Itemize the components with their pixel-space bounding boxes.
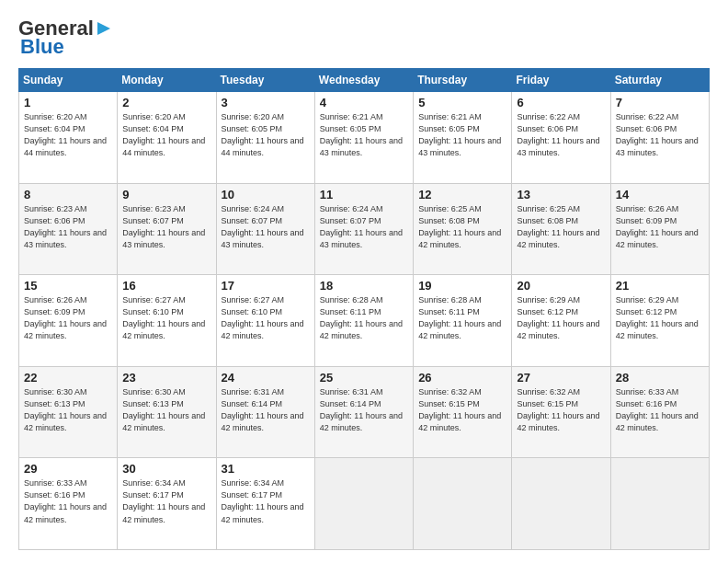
calendar-cell: 15 Sunrise: 6:26 AM Sunset: 6:09 PM Dayl… — [19, 275, 118, 367]
day-number: 20 — [517, 279, 605, 293]
day-info: Sunrise: 6:20 AM Sunset: 6:05 PM Dayligh… — [222, 111, 310, 159]
calendar-cell: 11 Sunrise: 6:24 AM Sunset: 6:07 PM Dayl… — [314, 183, 413, 275]
calendar-cell: 20 Sunrise: 6:29 AM Sunset: 6:12 PM Dayl… — [512, 275, 610, 367]
day-number: 17 — [222, 279, 310, 293]
calendar-week-row: 8 Sunrise: 6:23 AM Sunset: 6:06 PM Dayli… — [19, 183, 710, 275]
day-info: Sunrise: 6:27 AM Sunset: 6:10 PM Dayligh… — [222, 294, 310, 342]
day-number: 2 — [122, 96, 210, 109]
day-info: Sunrise: 6:34 AM Sunset: 6:17 PM Dayligh… — [222, 477, 310, 525]
calendar-cell: 21 Sunrise: 6:29 AM Sunset: 6:12 PM Dayl… — [610, 275, 709, 367]
calendar-cell: 7 Sunrise: 6:22 AM Sunset: 6:06 PM Dayli… — [610, 92, 709, 184]
day-info: Sunrise: 6:33 AM Sunset: 6:16 PM Dayligh… — [24, 477, 112, 525]
day-number: 13 — [517, 188, 605, 201]
calendar-cell: 30 Sunrise: 6:34 AM Sunset: 6:17 PM Dayl… — [118, 458, 216, 550]
calendar-cell — [512, 458, 610, 550]
day-number: 28 — [616, 371, 704, 385]
calendar-cell: 6 Sunrise: 6:22 AM Sunset: 6:06 PM Dayli… — [512, 92, 610, 184]
col-header-sunday: Sunday — [19, 69, 118, 92]
calendar-cell: 4 Sunrise: 6:21 AM Sunset: 6:05 PM Dayli… — [314, 92, 413, 184]
day-number: 30 — [122, 462, 210, 476]
day-number: 12 — [418, 188, 506, 201]
day-number: 27 — [517, 371, 605, 385]
day-info: Sunrise: 6:30 AM Sunset: 6:13 PM Dayligh… — [122, 386, 210, 434]
day-info: Sunrise: 6:27 AM Sunset: 6:10 PM Dayligh… — [122, 294, 210, 342]
day-info: Sunrise: 6:33 AM Sunset: 6:16 PM Dayligh… — [616, 386, 704, 434]
calendar-header-row: SundayMondayTuesdayWednesdayThursdayFrid… — [19, 69, 710, 92]
day-info: Sunrise: 6:29 AM Sunset: 6:12 PM Dayligh… — [616, 294, 704, 342]
day-number: 8 — [24, 188, 112, 201]
day-info: Sunrise: 6:29 AM Sunset: 6:12 PM Dayligh… — [517, 294, 605, 342]
day-info: Sunrise: 6:32 AM Sunset: 6:15 PM Dayligh… — [418, 386, 506, 434]
calendar-cell: 23 Sunrise: 6:30 AM Sunset: 6:13 PM Dayl… — [118, 366, 216, 458]
day-number: 5 — [418, 96, 506, 109]
day-info: Sunrise: 6:23 AM Sunset: 6:07 PM Dayligh… — [122, 203, 210, 251]
calendar-cell: 1 Sunrise: 6:20 AM Sunset: 6:04 PM Dayli… — [19, 92, 118, 184]
calendar-cell: 12 Sunrise: 6:25 AM Sunset: 6:08 PM Dayl… — [414, 183, 512, 275]
day-number: 11 — [320, 188, 408, 201]
day-info: Sunrise: 6:20 AM Sunset: 6:04 PM Dayligh… — [122, 111, 210, 159]
logo-blue: Blue — [20, 35, 64, 59]
day-info: Sunrise: 6:28 AM Sunset: 6:11 PM Dayligh… — [418, 294, 506, 342]
day-number: 15 — [24, 279, 112, 293]
day-number: 10 — [222, 188, 310, 201]
calendar-cell: 5 Sunrise: 6:21 AM Sunset: 6:05 PM Dayli… — [414, 92, 512, 184]
calendar-cell: 22 Sunrise: 6:30 AM Sunset: 6:13 PM Dayl… — [19, 366, 118, 458]
col-header-thursday: Thursday — [414, 69, 512, 92]
day-number: 6 — [517, 96, 605, 109]
day-number: 9 — [122, 188, 210, 201]
col-header-monday: Monday — [118, 69, 216, 92]
col-header-wednesday: Wednesday — [314, 69, 413, 92]
day-number: 1 — [24, 96, 112, 109]
day-number: 18 — [320, 279, 408, 293]
day-number: 26 — [418, 371, 506, 385]
calendar-cell: 13 Sunrise: 6:25 AM Sunset: 6:08 PM Dayl… — [512, 183, 610, 275]
day-number: 24 — [222, 371, 310, 385]
calendar-cell: 28 Sunrise: 6:33 AM Sunset: 6:16 PM Dayl… — [610, 366, 709, 458]
calendar-week-row: 1 Sunrise: 6:20 AM Sunset: 6:04 PM Dayli… — [19, 92, 710, 184]
calendar-cell: 19 Sunrise: 6:28 AM Sunset: 6:11 PM Dayl… — [414, 275, 512, 367]
day-info: Sunrise: 6:26 AM Sunset: 6:09 PM Dayligh… — [24, 294, 112, 342]
day-number: 25 — [320, 371, 408, 385]
day-number: 29 — [24, 462, 112, 476]
day-info: Sunrise: 6:22 AM Sunset: 6:06 PM Dayligh… — [517, 111, 605, 159]
logo-arrow-icon — [94, 18, 114, 39]
day-info: Sunrise: 6:32 AM Sunset: 6:15 PM Dayligh… — [517, 386, 605, 434]
col-header-friday: Friday — [512, 69, 610, 92]
day-number: 31 — [222, 462, 310, 476]
svg-marker-0 — [97, 22, 110, 35]
calendar-cell: 29 Sunrise: 6:33 AM Sunset: 6:16 PM Dayl… — [19, 458, 118, 550]
calendar-cell: 2 Sunrise: 6:20 AM Sunset: 6:04 PM Dayli… — [118, 92, 216, 184]
calendar-cell: 3 Sunrise: 6:20 AM Sunset: 6:05 PM Dayli… — [216, 92, 314, 184]
calendar-cell: 16 Sunrise: 6:27 AM Sunset: 6:10 PM Dayl… — [118, 275, 216, 367]
day-info: Sunrise: 6:23 AM Sunset: 6:06 PM Dayligh… — [24, 203, 112, 251]
calendar-cell: 25 Sunrise: 6:31 AM Sunset: 6:14 PM Dayl… — [314, 366, 413, 458]
day-info: Sunrise: 6:25 AM Sunset: 6:08 PM Dayligh… — [517, 203, 605, 251]
day-info: Sunrise: 6:34 AM Sunset: 6:17 PM Dayligh… — [122, 477, 210, 525]
day-number: 7 — [616, 96, 704, 109]
header: General Blue — [18, 17, 710, 59]
day-info: Sunrise: 6:31 AM Sunset: 6:14 PM Dayligh… — [320, 386, 408, 434]
day-info: Sunrise: 6:21 AM Sunset: 6:05 PM Dayligh… — [320, 111, 408, 159]
calendar-cell: 18 Sunrise: 6:28 AM Sunset: 6:11 PM Dayl… — [314, 275, 413, 367]
day-info: Sunrise: 6:25 AM Sunset: 6:08 PM Dayligh… — [418, 203, 506, 251]
day-info: Sunrise: 6:28 AM Sunset: 6:11 PM Dayligh… — [320, 294, 408, 342]
day-info: Sunrise: 6:24 AM Sunset: 6:07 PM Dayligh… — [222, 203, 310, 251]
day-info: Sunrise: 6:24 AM Sunset: 6:07 PM Dayligh… — [320, 203, 408, 251]
day-info: Sunrise: 6:21 AM Sunset: 6:05 PM Dayligh… — [418, 111, 506, 159]
day-info: Sunrise: 6:31 AM Sunset: 6:14 PM Dayligh… — [222, 386, 310, 434]
day-info: Sunrise: 6:20 AM Sunset: 6:04 PM Dayligh… — [24, 111, 112, 159]
day-number: 14 — [616, 188, 704, 201]
calendar-week-row: 15 Sunrise: 6:26 AM Sunset: 6:09 PM Dayl… — [19, 275, 710, 367]
day-number: 21 — [616, 279, 704, 293]
col-header-tuesday: Tuesday — [216, 69, 314, 92]
calendar-cell: 14 Sunrise: 6:26 AM Sunset: 6:09 PM Dayl… — [610, 183, 709, 275]
day-number: 23 — [122, 371, 210, 385]
day-number: 22 — [24, 371, 112, 385]
calendar-week-row: 29 Sunrise: 6:33 AM Sunset: 6:16 PM Dayl… — [19, 458, 710, 550]
day-number: 3 — [222, 96, 310, 109]
day-info: Sunrise: 6:22 AM Sunset: 6:06 PM Dayligh… — [616, 111, 704, 159]
calendar-cell: 17 Sunrise: 6:27 AM Sunset: 6:10 PM Dayl… — [216, 275, 314, 367]
day-number: 16 — [122, 279, 210, 293]
calendar-cell: 10 Sunrise: 6:24 AM Sunset: 6:07 PM Dayl… — [216, 183, 314, 275]
calendar-cell: 8 Sunrise: 6:23 AM Sunset: 6:06 PM Dayli… — [19, 183, 118, 275]
